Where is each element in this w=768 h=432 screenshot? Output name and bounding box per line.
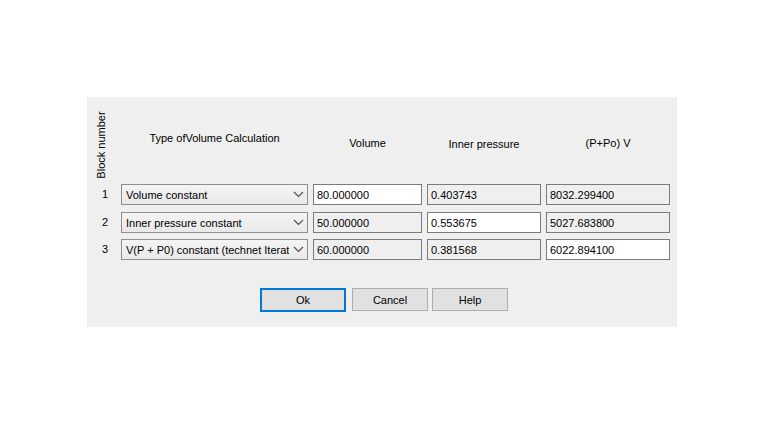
type-select-row-1-value: Volume constant bbox=[126, 189, 289, 201]
chevron-down-icon bbox=[289, 213, 307, 232]
block-number-1: 1 bbox=[97, 184, 113, 205]
type-select-row-1[interactable]: Volume constant bbox=[121, 184, 308, 205]
type-select-row-3[interactable]: V(P + P0) constant (technet Iteratio bbox=[121, 239, 308, 260]
pv-input-row-3[interactable] bbox=[546, 239, 670, 260]
cancel-button[interactable]: Cancel bbox=[352, 288, 428, 311]
chevron-down-icon bbox=[289, 240, 307, 259]
column-header-type: Type ofVolume Calculation bbox=[121, 132, 308, 144]
volume-input-row-1[interactable] bbox=[313, 184, 422, 205]
volume-calculation-dialog: Block number Type ofVolume Calculation V… bbox=[87, 97, 677, 327]
inner-pressure-field-row-3 bbox=[427, 239, 541, 260]
column-header-inner-pressure: Inner pressure bbox=[427, 138, 541, 150]
help-button[interactable]: Help bbox=[432, 288, 508, 311]
column-header-volume: Volume bbox=[313, 137, 422, 149]
column-header-block-number: Block number bbox=[95, 105, 110, 185]
block-number-2: 2 bbox=[97, 212, 113, 233]
inner-pressure-input-row-2[interactable] bbox=[427, 212, 541, 233]
block-number-3: 3 bbox=[97, 239, 113, 260]
pv-field-row-1 bbox=[546, 184, 670, 205]
volume-field-row-2 bbox=[313, 212, 422, 233]
chevron-down-icon bbox=[289, 185, 307, 204]
pv-field-row-2 bbox=[546, 212, 670, 233]
column-header-pv: (P+Po) V bbox=[546, 137, 670, 149]
type-select-row-3-value: V(P + P0) constant (technet Iteratio bbox=[126, 244, 289, 256]
volume-field-row-3 bbox=[313, 239, 422, 260]
inner-pressure-field-row-1 bbox=[427, 184, 541, 205]
type-select-row-2[interactable]: Inner pressure constant bbox=[121, 212, 308, 233]
ok-button[interactable]: Ok bbox=[260, 288, 346, 312]
type-select-row-2-value: Inner pressure constant bbox=[126, 217, 289, 229]
